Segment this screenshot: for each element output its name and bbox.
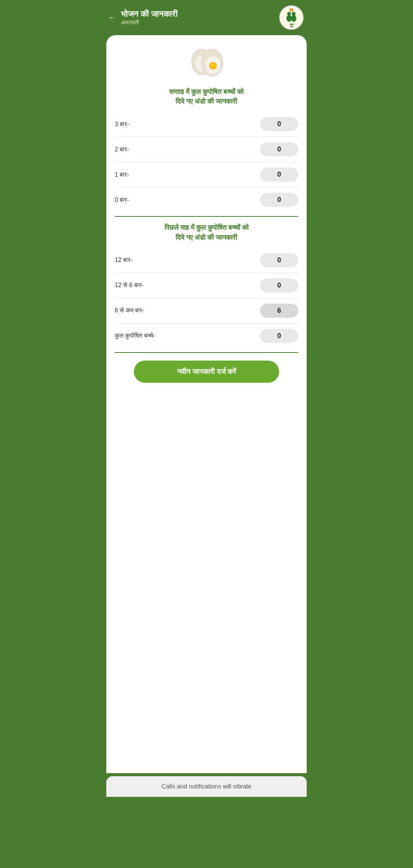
main-card: सप्ताह में कुल कुपोषित बच्चों को दिये गए… <box>106 35 307 773</box>
row-label: 12 बार- <box>115 257 133 263</box>
row-label: 3 बार- <box>115 121 129 128</box>
header-left: ← भोजन की जानकारी अमरावती <box>108 9 177 26</box>
table-row: 12 बार- 0 <box>115 248 298 273</box>
svg-text:पिला: पिला <box>290 26 293 28</box>
row-label: 6 से कम बार- <box>115 307 145 314</box>
notification-bar: Calls and notifications will vibrate <box>106 776 307 797</box>
section1-data: 3 बार- 0 2 बार- 0 1 बार- 0 0 बार- 0 <box>106 112 307 212</box>
submit-area: नवीन जानकारी दर्ज करें <box>106 353 307 387</box>
egg-illustration-area <box>106 35 307 84</box>
row-value: 0 <box>260 329 298 343</box>
row-value: 0 <box>260 117 298 131</box>
header-title-block: भोजन की जानकारी अमरावती <box>121 9 177 26</box>
table-row: 0 बार- 0 <box>115 187 298 212</box>
row-label: 12 से 6 बार- <box>115 282 143 289</box>
svg-point-3 <box>286 15 292 22</box>
table-row: 12 से 6 बार- 0 <box>115 273 298 298</box>
table-row: 1 बार- 0 <box>115 162 298 187</box>
table-row: 6 से कम बार- 6 <box>115 298 298 323</box>
back-button[interactable]: ← <box>108 13 116 22</box>
section1-heading: सप्ताह में कुल कुपोषित बच्चों को दिये गए… <box>106 84 307 112</box>
row-label: 1 बार- <box>115 171 129 178</box>
svg-point-14 <box>211 64 213 65</box>
table-row: कुल कुपोषित बच्चे- 0 <box>115 323 298 348</box>
svg-point-5 <box>290 8 293 11</box>
section2-data: 12 बार- 0 12 से 6 बार- 0 6 से कम बार- 6 … <box>106 248 307 348</box>
table-row: 3 बार- 0 <box>115 112 298 137</box>
row-value: 0 <box>260 142 298 156</box>
row-value: 0 <box>260 167 298 182</box>
page-subtitle: अमरावती <box>121 19 177 26</box>
svg-point-13 <box>210 63 216 69</box>
row-value: 0 <box>260 193 298 207</box>
row-label: 0 बार- <box>115 197 129 203</box>
svg-point-4 <box>291 15 296 22</box>
notification-text: Calls and notifications will vibrate <box>162 783 252 790</box>
logo: नशात पिला <box>279 5 304 30</box>
table-row: 2 बार- 0 <box>115 137 298 162</box>
page-title: भोजन की जानकारी <box>121 9 177 19</box>
logo-icon: नशात पिला <box>281 7 302 28</box>
header: ← भोजन की जानकारी अमरावती नशात पिला <box>103 0 310 35</box>
row-value: 6 <box>260 304 298 318</box>
submit-button[interactable]: नवीन जानकारी दर्ज करें <box>134 361 279 383</box>
row-label: कुल कुपोषित बच्चे- <box>115 332 155 339</box>
egg-icon <box>185 42 228 80</box>
section2-heading: पिछले माह में कुल कुपोषित बच्चों को दिये… <box>106 217 307 247</box>
row-label: 2 बार- <box>115 146 129 153</box>
row-value: 0 <box>260 278 298 293</box>
row-value: 0 <box>260 253 298 267</box>
